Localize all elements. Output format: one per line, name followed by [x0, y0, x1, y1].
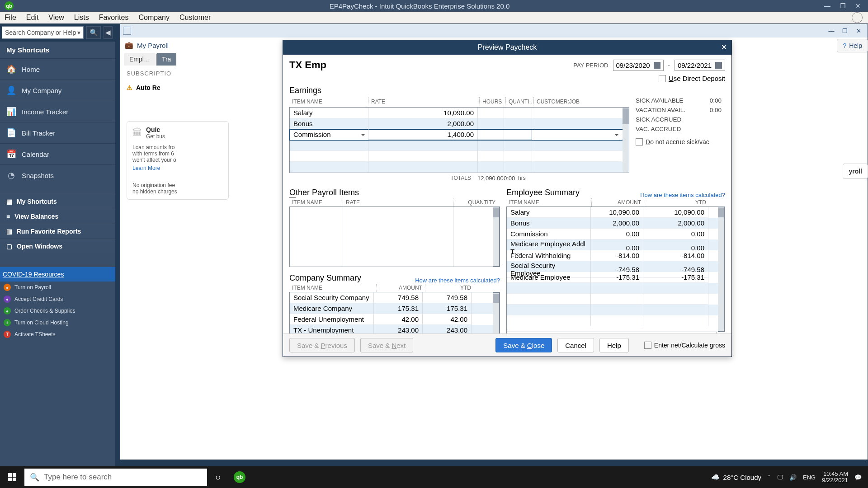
dialog-close-button[interactable]: ✕ [721, 43, 727, 52]
cell-empty[interactable] [643, 283, 708, 294]
save-previous-button[interactable]: Save & Previous [289, 338, 355, 352]
cell[interactable]: 2,000.00 [643, 218, 708, 229]
cell-empty[interactable] [290, 162, 368, 173]
employee-scrollbar[interactable] [718, 207, 725, 332]
promo-learn-more-link[interactable]: Learn More [132, 165, 223, 171]
cell-empty[interactable] [290, 140, 368, 151]
footer-run-reports[interactable]: ▥Run Favorite Reports [0, 224, 115, 239]
cell-qty[interactable] [504, 129, 532, 140]
cell-hours[interactable] [478, 118, 504, 129]
cell[interactable]: 42.00 [374, 314, 423, 325]
help-button[interactable]: Help [599, 338, 629, 352]
cell-empty[interactable] [532, 162, 622, 173]
pay-period-from[interactable]: 09/23/2020 [613, 60, 664, 71]
cell[interactable]: 175.31 [374, 303, 423, 314]
tab-employees[interactable]: Empl… [124, 53, 156, 66]
enter-net-checkbox[interactable] [644, 342, 651, 349]
cell-empty[interactable] [368, 151, 478, 162]
no-accrue-checkbox[interactable] [636, 138, 643, 145]
restore-button[interactable]: ❐ [836, 1, 849, 10]
other-scrollbar[interactable] [493, 207, 500, 267]
cell-rate[interactable]: 10,090.00 [368, 108, 478, 118]
cell-empty[interactable] [507, 315, 591, 326]
calc-link-company[interactable]: How are these items calculated? [415, 277, 500, 284]
help-pill[interactable]: ?Help [837, 39, 868, 52]
menu-view[interactable]: View [48, 14, 64, 22]
cell-qty[interactable] [504, 118, 532, 129]
footer-view-balances[interactable]: ≡View Balances [0, 209, 115, 224]
cell-empty[interactable] [504, 162, 532, 173]
other-payroll-table[interactable] [289, 206, 500, 267]
cell[interactable]: Bonus [507, 218, 591, 229]
cell-cj-dropdown[interactable] [532, 129, 622, 140]
nav-home[interactable]: 🏠Home [0, 58, 115, 80]
search-company-input[interactable]: Search Company or Help ▾ [2, 26, 84, 39]
cell-empty[interactable] [532, 140, 622, 151]
cell[interactable]: -175.31 [591, 272, 643, 283]
cell-empty[interactable] [507, 294, 591, 305]
footer-open-windows[interactable]: ▢Open Windows [0, 239, 115, 253]
calendar-icon[interactable] [715, 62, 722, 69]
cell[interactable]: 0.00 [591, 229, 643, 239]
mdi-restore-button[interactable]: ❐ [840, 26, 850, 35]
cell[interactable]: -814.00 [591, 250, 643, 261]
menu-company[interactable]: Company [138, 14, 169, 22]
taskbar-search[interactable]: 🔍Type here to search [24, 469, 207, 486]
cell-empty[interactable] [290, 151, 368, 162]
nav-income-tracker[interactable]: 📊Income Tracker [0, 101, 115, 122]
nav-my-company[interactable]: 👤My Company [0, 80, 115, 101]
mdi-minimize-button[interactable]: — [826, 26, 837, 35]
cell-rate[interactable]: 2,000.00 [368, 118, 478, 129]
payroll-side-button[interactable]: yroll [843, 164, 868, 179]
tray-lang[interactable]: ENG [803, 474, 816, 481]
earnings-table[interactable]: Salary10,090.00 Bonus2,000.00 Commission… [289, 107, 629, 173]
cell-cj[interactable] [532, 108, 622, 118]
cell-rate[interactable]: 1,400.00 [368, 129, 478, 140]
menu-favorites[interactable]: Favorites [99, 14, 129, 22]
cell-empty[interactable] [504, 151, 532, 162]
cell-item-dropdown[interactable]: Commission [290, 129, 368, 140]
cell-empty[interactable] [478, 151, 504, 162]
menu-customers[interactable]: Customer [179, 14, 211, 22]
cell[interactable]: -814.00 [643, 250, 708, 261]
tray-volume-icon[interactable]: 🔊 [789, 474, 797, 481]
cell-empty[interactable] [478, 140, 504, 151]
search-button[interactable]: 🔍 [86, 26, 101, 39]
cell-empty[interactable] [532, 151, 622, 162]
cell-empty[interactable] [504, 140, 532, 151]
cell-empty[interactable] [591, 294, 643, 305]
cell[interactable]: 10,090.00 [591, 207, 643, 218]
nav-calendar[interactable]: 📅Calendar [0, 143, 115, 164]
mini-tsheets[interactable]: TActivate TSheets [0, 328, 115, 340]
cortana-icon[interactable]: ○ [207, 466, 229, 488]
nav-bill-tracker[interactable]: 📄Bill Tracker [0, 122, 115, 143]
pay-period-to[interactable]: 09/22/2021 [675, 60, 725, 71]
nav-snapshots[interactable]: ◔Snapshots [0, 164, 115, 186]
cell-cj[interactable] [532, 118, 622, 129]
cell-empty[interactable] [478, 162, 504, 173]
cell[interactable]: 749.58 [374, 292, 423, 303]
cell-empty[interactable] [591, 305, 643, 315]
cancel-button[interactable]: Cancel [557, 338, 594, 352]
cell-hours[interactable] [478, 129, 504, 140]
cell-item[interactable]: Bonus [290, 118, 368, 129]
menu-edit[interactable]: Edit [26, 14, 39, 22]
mini-order-checks[interactable]: ●Order Checks & Supplies [0, 305, 115, 317]
cell[interactable]: 749.58 [423, 292, 472, 303]
cell[interactable]: 2,000.00 [591, 218, 643, 229]
cell[interactable]: 42.00 [423, 314, 472, 325]
cell-empty[interactable] [591, 315, 643, 326]
cell-empty[interactable] [507, 283, 591, 294]
cell[interactable]: Medicare Employee [507, 272, 591, 283]
close-button[interactable]: ✕ [852, 1, 864, 10]
cell-empty[interactable] [643, 294, 708, 305]
cell[interactable]: Federal Unemployment [290, 314, 374, 325]
quickbooks-taskbar-icon[interactable]: qb [229, 466, 250, 488]
calc-link-employee[interactable]: How are these items calculated? [640, 192, 725, 198]
cell[interactable]: -175.31 [643, 272, 708, 283]
cell[interactable]: Commission [507, 229, 591, 239]
cell-empty[interactable] [591, 283, 643, 294]
footer-my-shortcuts[interactable]: ▦My Shortcuts [0, 194, 115, 209]
employee-summary-table[interactable]: Salary10,090.0010,090.00 Bonus2,000.002,… [506, 206, 725, 332]
window-expand-icon[interactable] [123, 27, 131, 35]
